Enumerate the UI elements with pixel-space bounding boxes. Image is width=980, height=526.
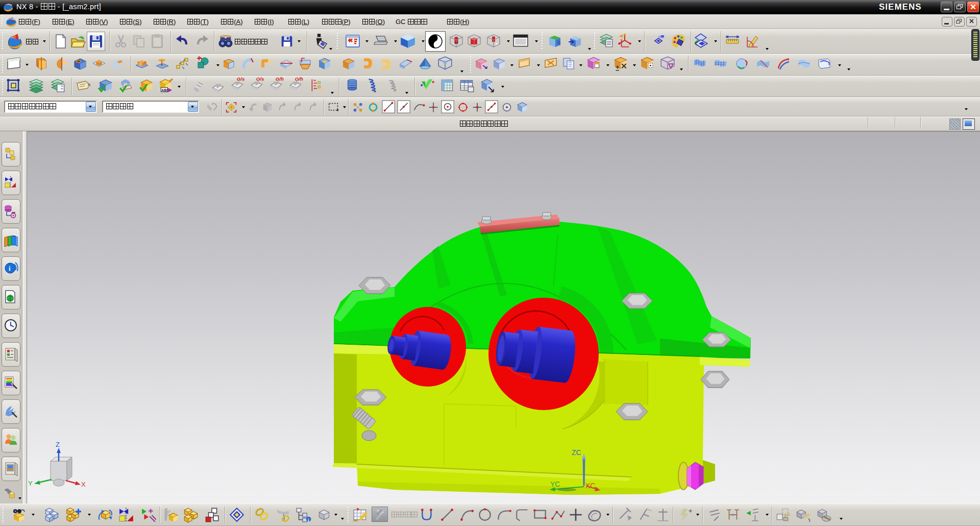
- svg-text:ZC: ZC: [572, 448, 581, 457]
- svg-text:X: X: [81, 481, 86, 488]
- svg-text:Y: Y: [28, 480, 33, 487]
- svg-text:YC: YC: [550, 480, 560, 488]
- svg-text:XC: XC: [585, 482, 595, 490]
- svg-text:Z: Z: [56, 441, 60, 448]
